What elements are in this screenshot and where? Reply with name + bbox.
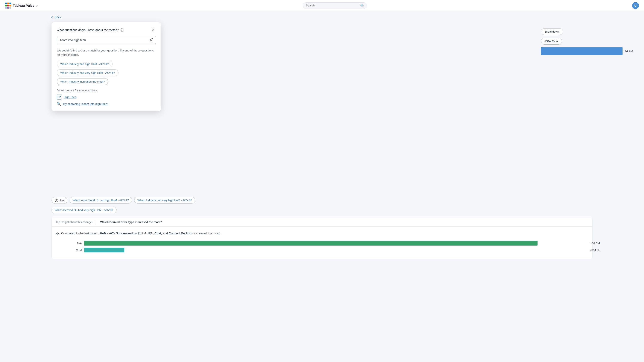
breakdown-tabs: Breakdown bbox=[541, 28, 640, 35]
insight-banner-label: Top insight about this change bbox=[56, 220, 92, 224]
suggestion-chip-2[interactable]: Which Industry had very high HoM - ACV $… bbox=[57, 69, 118, 76]
question-modal: What questions do you have about the met… bbox=[52, 22, 161, 111]
modal-close-button[interactable]: ✕ bbox=[151, 27, 156, 32]
ask-chip-2[interactable]: Which Industry had very high HoM - ACV $… bbox=[134, 197, 195, 204]
bar-row-na: N/A +$1.6M bbox=[73, 241, 588, 246]
ask-chip-3[interactable]: Which Derived Ou had very high HoM - ACV… bbox=[52, 207, 117, 213]
ask-bar-row2: Which Derived Ou had very high HoM - ACV… bbox=[52, 207, 592, 213]
suggestion-chips: Which Industry had high HoM - ACV $? Whi… bbox=[57, 61, 156, 87]
search-link-icon: 🔍 bbox=[57, 102, 61, 106]
blue-bar bbox=[541, 47, 622, 55]
tableau-logo bbox=[5, 2, 11, 8]
modal-search-row bbox=[57, 36, 156, 44]
banner-divider: | bbox=[96, 220, 96, 224]
search-link-row[interactable]: 🔍 Try searching "zoom into high tech" bbox=[57, 102, 156, 106]
blue-bar-value: $4.4M bbox=[625, 49, 633, 53]
mini-bar-chart: N/A +$1.6M Chat +$34.8k bbox=[56, 241, 588, 252]
ask-button[interactable]: Ask bbox=[52, 197, 68, 204]
search-input[interactable] bbox=[306, 4, 358, 7]
high-tech-metric-link[interactable]: High Tech bbox=[57, 95, 156, 100]
insight-card: ⚙ Compared to the last month, HoM - ACV … bbox=[52, 227, 592, 259]
ask-chip-1[interactable]: Which Apm Cloud L1 had high HoM - ACV $? bbox=[70, 197, 132, 204]
breakdown-tab[interactable]: Breakdown bbox=[541, 28, 563, 35]
search-icon: 🔍 bbox=[360, 4, 364, 7]
back-link[interactable]: Back bbox=[52, 15, 61, 19]
nav-brand: Tableau Pulse bbox=[5, 2, 38, 8]
metric-link-text[interactable]: High Tech bbox=[64, 95, 76, 99]
search-link-text[interactable]: Try searching "zoom into high tech" bbox=[63, 102, 108, 105]
ask-label: Ask bbox=[60, 199, 64, 202]
no-match-message: We couldn't find a close match for your … bbox=[57, 48, 156, 57]
bar-fill-chat bbox=[84, 248, 124, 252]
svg-point-0 bbox=[55, 199, 58, 202]
other-metrics-label: Other metrics for you to explore bbox=[57, 89, 156, 92]
app-menu-chevron[interactable] bbox=[36, 4, 38, 7]
bar-label-chat: Chat bbox=[73, 249, 82, 252]
metric-link-icon bbox=[57, 95, 62, 100]
ask-icon bbox=[55, 199, 58, 202]
modal-question-label: What questions do you have about the met… bbox=[57, 28, 124, 32]
bar-track-na: +$1.6M bbox=[84, 241, 588, 246]
offer-type-button[interactable]: Offer Type bbox=[541, 38, 562, 45]
bar-fill-na bbox=[84, 241, 538, 246]
suggestion-chip-1[interactable]: Which Industry had high HoM - ACV $? bbox=[57, 61, 112, 67]
insight-banner-question: Which Derived Offer Type increased the m… bbox=[100, 220, 162, 224]
avatar[interactable]: U bbox=[632, 2, 639, 9]
back-label: Back bbox=[54, 15, 61, 19]
send-icon bbox=[149, 38, 153, 42]
modal-search-input[interactable] bbox=[57, 36, 146, 44]
blue-bar-row: $4.4M bbox=[541, 47, 640, 55]
suggestion-chip-3[interactable]: Which Industry increased the most? bbox=[57, 78, 108, 85]
info-icon[interactable]: i bbox=[120, 28, 124, 32]
modal-send-button[interactable] bbox=[146, 36, 156, 44]
bar-label-na: N/A bbox=[73, 242, 82, 245]
bar-value-chat: +$34.8k bbox=[590, 249, 600, 252]
svg-point-1 bbox=[56, 201, 56, 201]
back-arrow-icon bbox=[51, 16, 54, 18]
global-search[interactable]: 🔍 bbox=[303, 2, 367, 9]
app-title: Tableau Pulse bbox=[13, 4, 34, 7]
offer-type-filter: Offer Type bbox=[541, 38, 640, 45]
insight-card-text: ⚙ Compared to the last month, HoM - ACV … bbox=[56, 231, 588, 237]
bar-track-chat: +$34.8k bbox=[84, 248, 588, 252]
main-content-below: Ask Which Apm Cloud L1 had high HoM - AC… bbox=[52, 197, 592, 259]
insight-banner: Top insight about this change | Which De… bbox=[52, 218, 592, 227]
ask-bar: Ask Which Apm Cloud L1 had high HoM - AC… bbox=[52, 197, 592, 204]
modal-header: What questions do you have about the met… bbox=[57, 27, 156, 32]
background-chart-area: Breakdown Offer Type $4.4M bbox=[537, 24, 644, 59]
bar-value-na: +$1.6M bbox=[590, 242, 600, 245]
bar-row-chat: Chat +$34.8k bbox=[73, 248, 588, 252]
insight-icon: ⚙ bbox=[56, 231, 59, 237]
top-navigation: Tableau Pulse 🔍 U bbox=[0, 0, 644, 11]
